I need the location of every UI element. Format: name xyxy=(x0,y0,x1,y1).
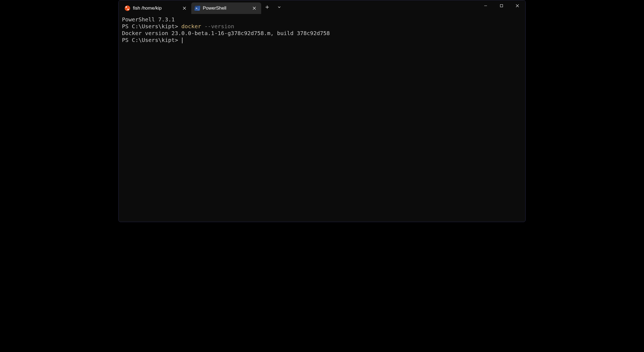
new-tab-button[interactable] xyxy=(261,0,273,14)
close-tab-button[interactable] xyxy=(251,5,258,12)
titlebar[interactable]: fish /home/kip >_ PowerShell xyxy=(119,0,525,14)
tab-label: PowerShell xyxy=(203,5,248,11)
titlebar-drag-region[interactable] xyxy=(285,0,478,14)
command-arg: --version xyxy=(204,23,234,30)
window-controls xyxy=(478,0,525,14)
ubuntu-icon xyxy=(125,5,130,11)
tab-fish[interactable]: fish /home/kip xyxy=(121,2,191,14)
tab-label: fish /home/kip xyxy=(133,5,178,11)
banner-line: PowerShell 7.3.1 xyxy=(122,16,175,23)
terminal-window: fish /home/kip >_ PowerShell xyxy=(118,0,526,222)
close-tab-button[interactable] xyxy=(181,5,188,12)
svg-rect-0 xyxy=(500,5,503,7)
tab-strip: fish /home/kip >_ PowerShell xyxy=(121,0,261,14)
powershell-icon: >_ xyxy=(195,5,200,11)
close-window-button[interactable] xyxy=(509,0,525,11)
tab-dropdown-button[interactable] xyxy=(273,0,285,14)
minimize-button[interactable] xyxy=(478,0,494,11)
cursor xyxy=(182,38,183,43)
terminal-viewport[interactable]: PowerShell 7.3.1 PS C:\Users\kipt> docke… xyxy=(119,14,525,222)
prompt: PS C:\Users\kipt> xyxy=(122,23,178,30)
output-line: Docker version 23.0.0-beta.1-16-g378c92d… xyxy=(122,30,330,36)
maximize-button[interactable] xyxy=(494,0,509,11)
command: docker xyxy=(181,23,201,30)
prompt: PS C:\Users\kipt> xyxy=(122,37,178,43)
tab-powershell[interactable]: >_ PowerShell xyxy=(191,2,261,14)
